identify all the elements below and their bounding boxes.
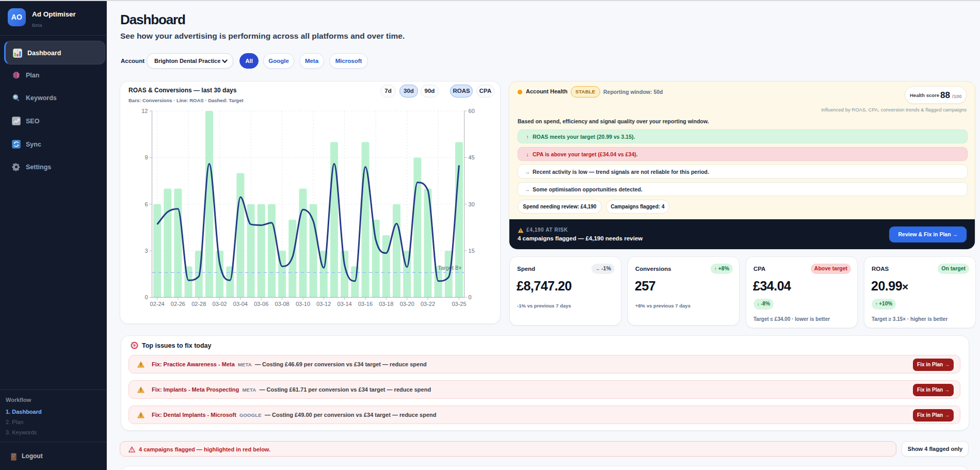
svg-text:03-04: 03-04: [233, 301, 248, 307]
svg-text:12: 12: [141, 108, 148, 114]
svg-text:30: 30: [469, 201, 475, 207]
svg-text:02-26: 02-26: [171, 301, 185, 307]
svg-text:45: 45: [469, 154, 475, 160]
svg-text:0: 0: [144, 294, 148, 300]
svg-text:3: 3: [144, 248, 148, 254]
svg-text:0: 0: [469, 294, 472, 300]
svg-text:03-14: 03-14: [338, 301, 352, 307]
svg-text:9: 9: [144, 154, 148, 160]
svg-text:03-25: 03-25: [452, 301, 466, 307]
svg-text:03-20: 03-20: [400, 301, 414, 307]
svg-text:03-06: 03-06: [254, 301, 268, 307]
svg-text:03-08: 03-08: [275, 301, 290, 307]
svg-text:03-02: 03-02: [213, 301, 227, 307]
svg-text:02-28: 02-28: [191, 301, 206, 307]
svg-text:15: 15: [469, 248, 475, 254]
svg-text:03-10: 03-10: [296, 301, 310, 307]
svg-text:03-18: 03-18: [379, 301, 393, 307]
svg-text:03-22: 03-22: [421, 301, 435, 307]
svg-text:60: 60: [469, 108, 475, 114]
svg-text:03-16: 03-16: [358, 301, 373, 307]
svg-text:03-12: 03-12: [316, 301, 331, 307]
svg-text:02-24: 02-24: [150, 301, 165, 307]
svg-text:6: 6: [144, 201, 148, 207]
